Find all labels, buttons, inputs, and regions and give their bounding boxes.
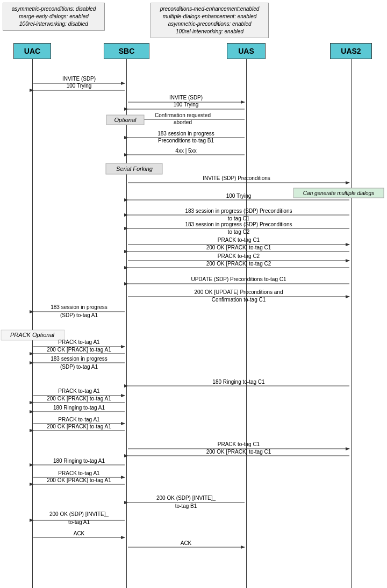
entity-uac: UAC: [13, 43, 51, 59]
svg-text:200 OK [PRACK]  to-tag A1: 200 OK [PRACK] to-tag A1: [47, 477, 111, 483]
info-left-line1: asymmetric-preconditions: disabled: [12, 6, 96, 12]
svg-text:100 Trying: 100 Trying: [67, 83, 92, 89]
svg-text:200 OK (SDP) [INVITE]_: 200 OK (SDP) [INVITE]_: [156, 495, 216, 501]
svg-text:200 OK [PRACK]  to-tag C1: 200 OK [PRACK] to-tag C1: [206, 245, 271, 250]
svg-text:Can generate multiple dialogs: Can generate multiple dialogs: [303, 190, 374, 196]
info-box-left: asymmetric-preconditions: disabled merge…: [3, 3, 105, 31]
lifeline-uas2: [351, 59, 352, 588]
svg-text:Optional: Optional: [114, 117, 137, 123]
svg-text:183 session in progress (SDP) : 183 session in progress (SDP) Preconditi…: [185, 221, 292, 227]
svg-text:PRACK to-tag A1: PRACK to-tag A1: [58, 339, 100, 345]
entity-sbc: SBC: [104, 43, 149, 59]
info-box-right: preconditions-med-enhancement:enabled mu…: [150, 3, 269, 38]
svg-rect-87: [106, 115, 144, 125]
entity-uas2: UAS2: [330, 43, 372, 59]
svg-rect-20: [293, 188, 384, 198]
info-right-line3: asymmetric-preconditions: enabled: [168, 21, 251, 27]
svg-text:Serial Forking: Serial Forking: [116, 166, 153, 172]
svg-text:180 Ringing  to-tag C1: 180 Ringing to-tag C1: [212, 379, 265, 385]
svg-text:INVITE (SDP)  Preconditions: INVITE (SDP) Preconditions: [203, 175, 270, 181]
arrows-svg: INVITE (SDP) 100 Trying INVITE (SDP) 100…: [0, 0, 387, 588]
svg-text:200 OK [PRACK]  to-tag A1: 200 OK [PRACK] to-tag A1: [47, 347, 111, 353]
svg-text:180 Ringing  to-tag A1: 180 Ringing to-tag A1: [53, 405, 105, 411]
svg-text:PRACK  to-tag C1: PRACK to-tag C1: [218, 237, 260, 243]
lifeline-uas: [246, 59, 247, 588]
svg-text:183 session in progress: 183 session in progress: [51, 304, 108, 310]
svg-text:Confirmation requested: Confirmation requested: [155, 112, 211, 118]
svg-text:200 OK [UPDATE]  Preconditions: 200 OK [UPDATE] Preconditions and: [195, 289, 283, 295]
svg-text:PRACK  to-tag A1: PRACK to-tag A1: [58, 470, 100, 476]
svg-text:183 session in progress: 183 session in progress: [51, 356, 108, 362]
svg-text:aborted: aborted: [174, 119, 192, 125]
info-right-line2: multiple-dialogs-enhancement: enabled: [163, 13, 257, 19]
info-right-line1: preconditions-med-enhancement:enabled: [160, 6, 260, 12]
svg-text:200 OK [PRACK]  to-tag A1: 200 OK [PRACK] to-tag A1: [47, 424, 111, 429]
diagram-container: asymmetric-preconditions: disabled merge…: [0, 0, 387, 588]
svg-text:PRACK  to-tag A1: PRACK to-tag A1: [58, 417, 100, 422]
svg-text:ACK: ACK: [74, 530, 85, 536]
svg-text:200 OK (SDP) [INVITE]_: 200 OK (SDP) [INVITE]_: [49, 511, 109, 517]
svg-text:(SDP) to-tag A1: (SDP) to-tag A1: [60, 312, 98, 318]
info-right-line4: 100rel-interworking: enabled: [176, 28, 243, 34]
svg-text:UPDATE (SDP)  Preconditions  t: UPDATE (SDP) Preconditions to-tag C1: [191, 276, 286, 282]
svg-text:100 Trying: 100 Trying: [226, 193, 252, 199]
svg-text:Preconditions to-tag B1: Preconditions to-tag B1: [158, 138, 214, 144]
svg-rect-16: [106, 163, 162, 174]
svg-rect-46: [1, 330, 64, 340]
svg-text:200 OK [PRACK]  to-tag C2: 200 OK [PRACK] to-tag C2: [206, 261, 271, 267]
svg-text:200 OK [PRACK]  to-tag C1: 200 OK [PRACK] to-tag C1: [206, 449, 271, 455]
info-left-line3: 100rel-interworking: disabled: [19, 21, 88, 27]
svg-text:to-tag B1: to-tag B1: [175, 503, 197, 509]
svg-text:INVITE (SDP): INVITE (SDP): [169, 95, 203, 101]
svg-text:100 Trying: 100 Trying: [174, 102, 199, 107]
svg-text:to-tag A1: to-tag A1: [68, 519, 90, 525]
svg-text:(SDP) to-tag A1: (SDP) to-tag A1: [60, 364, 98, 370]
svg-text:183 session in progress: 183 session in progress: [157, 131, 214, 137]
svg-text:4xx | 5xx: 4xx | 5xx: [175, 148, 196, 154]
svg-text:PRACK  to-tag C1: PRACK to-tag C1: [218, 441, 260, 447]
svg-text:183 session in progress (SDP) : 183 session in progress (SDP) Preconditi…: [185, 208, 292, 214]
lifeline-sbc: [126, 59, 127, 588]
svg-text:PRACK  to-tag C2: PRACK to-tag C2: [218, 253, 260, 259]
svg-text:Confirmation   to-tag C1: Confirmation to-tag C1: [212, 297, 266, 303]
entity-uas: UAS: [227, 43, 266, 59]
svg-text:PRACK  to-tag A1: PRACK to-tag A1: [58, 388, 100, 394]
svg-text:INVITE (SDP): INVITE (SDP): [62, 76, 96, 82]
svg-text:180 Ringing  to-tag A1: 180 Ringing to-tag A1: [53, 458, 105, 464]
lifeline-uac: [32, 59, 33, 588]
info-left-line2: merge-early-dialogs: enabled: [19, 13, 89, 19]
svg-text:200 OK [PRACK]  to-tag A1: 200 OK [PRACK] to-tag A1: [47, 396, 111, 401]
svg-text:ACK: ACK: [181, 540, 192, 546]
